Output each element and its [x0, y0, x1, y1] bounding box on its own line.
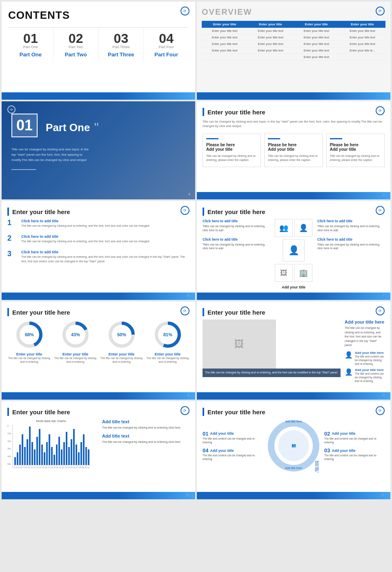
icon-left: Click here to add title Titles can be ch…	[203, 219, 270, 289]
ov-cell: Enter your title text	[247, 41, 293, 47]
slide6-pagenum: 7	[383, 293, 385, 297]
donut-1: 68% Enter your title The title can be ch…	[7, 320, 51, 364]
slide8-pagenum: 9	[383, 393, 385, 397]
ov-cell: Enter your title text	[247, 28, 293, 34]
bar-element	[78, 452, 80, 465]
ov-cell: Enter your title text	[294, 34, 339, 41]
slide-logo-1: ⟳	[180, 7, 189, 16]
contents-parts: 01 Part One Part One 02 Part Two Part Tw…	[8, 27, 189, 62]
slide-logo-10: ⟳	[376, 406, 385, 415]
slide-logo-4: ⟳	[376, 106, 385, 115]
part-three-sub: Part Three	[102, 45, 140, 49]
hero-divider	[11, 169, 36, 170]
bar-element	[51, 447, 53, 465]
bar-chart-with-axis: 500 400 300 200 100 0	[7, 425, 95, 465]
bar-element	[66, 432, 67, 465]
ov-row-2: Enter your title text Enter your title t…	[202, 34, 385, 41]
ov-cell: Enter your title text	[247, 34, 293, 41]
title-accent-10	[203, 408, 204, 416]
bar-element	[85, 447, 87, 465]
icon-layout: Click here to add title Titles can be ch…	[203, 219, 385, 289]
circle-left-title-1: Add your title	[210, 431, 234, 436]
donut-desc-1: The title can be changed by clicking and…	[7, 356, 51, 364]
donut-desc-2: The title can be changed by clicking and…	[53, 356, 97, 364]
card-title-2: Please be hereAdd your title	[268, 143, 319, 152]
slide-overview: ⟳ OVERVIEW Enter your title Enter your t…	[197, 2, 390, 100]
slide5-main-title: Enter your title here	[12, 208, 70, 215]
ov-row-5: Enter your title text	[202, 54, 385, 60]
slide4-main-title: Enter your title here	[207, 109, 265, 116]
slide-logo-6: ⟳	[376, 206, 385, 215]
sub-text-2: Add your title here The title and conten…	[355, 368, 385, 383]
slide-circle: ⟳ Enter your title here 01 Add your titl…	[197, 401, 390, 499]
icon-right-title-1: Click here to add title	[317, 219, 385, 223]
icon-right-item-1: Click here to add title Titles can be ch…	[317, 219, 385, 232]
bar-chart-area: Multi-data bar charts 500 400 300 200 10…	[7, 419, 95, 469]
circle-left-2-header: 04 Add your title	[203, 447, 263, 454]
bar-element	[80, 442, 82, 465]
hero-title: Part One	[46, 121, 90, 134]
num-title-1: Click here to add title	[21, 219, 189, 223]
ov-cell	[339, 54, 385, 60]
circle-left-2: 04 Add your title The title and content …	[203, 447, 263, 461]
circle-num-03: 03	[324, 447, 330, 454]
ov-col-1: Enter your title	[202, 21, 247, 28]
slide7-pagenum: 8	[187, 393, 189, 397]
donut-title-4: Enter your title	[146, 352, 189, 356]
circle-left-1: 01 Add your title The title and content …	[203, 431, 263, 444]
slide-logo-7: ⟳	[180, 306, 189, 315]
bottom-wave-10	[197, 492, 390, 499]
y-label: 300	[7, 447, 11, 450]
donut-svg-3: 50%	[107, 320, 136, 349]
ov-cell: Enter your title text	[202, 34, 247, 41]
bar-element	[46, 442, 48, 465]
num-desc-2: The title can be changed by clicking and…	[21, 239, 189, 244]
icon-left-item-2: Click here to add title Titles can be ch…	[203, 237, 270, 251]
hero-pagenum: 4	[188, 192, 190, 196]
slide8-main-title: Enter your title here	[207, 309, 265, 316]
circle-layout: 01 Add your title The title and content …	[203, 419, 385, 472]
info-card-3: Please be hereAdd your title Title can b…	[326, 134, 385, 167]
part-three: 03 Part Three Part Three	[99, 28, 144, 62]
card-top-line-3	[330, 138, 342, 139]
icon-center-label: Add your title	[282, 285, 305, 289]
bar-element	[63, 442, 65, 465]
icon-left-desc-2: Titles can be changed by clicking and re…	[203, 243, 270, 251]
ov-cell: Enter your title text	[294, 41, 339, 47]
bar-element	[24, 447, 26, 465]
icon-center: 👥 👤 👤 🖼 🏢 Add your title	[273, 219, 314, 289]
bottom-wave-4	[197, 192, 390, 199]
donut-desc-3: The title can be changed by clicking and…	[100, 356, 143, 364]
icon-left-item-1: Click here to add title Titles can be ch…	[203, 219, 270, 232]
part-two-label: Part Two	[57, 51, 95, 58]
bar-chart-title: Multi-data bar charts	[7, 419, 95, 423]
y-label: 200	[7, 440, 11, 442]
hero-content: 01 Part One " Title can be changed by cl…	[2, 101, 195, 178]
icon-right-desc-1: Titles can be changed by clicking and re…	[317, 224, 385, 232]
donut-title-1: Enter your title	[7, 352, 51, 356]
part-one: 01 Part One Part One	[8, 28, 53, 62]
bar-element	[19, 445, 21, 465]
slide-logo-8: ⟳	[376, 306, 385, 315]
bar-element	[56, 445, 58, 465]
y-axis: 500 400 300 200 100 0	[7, 425, 12, 465]
donut-row: 68% Enter your title The title can be ch…	[7, 320, 189, 364]
x-axis-labels: 1 2 3 4 5 6 7 8 9 10 11 12 13 14 15 16 1…	[7, 466, 95, 469]
ov-cell: Enter your title text	[339, 34, 385, 41]
title-accent-4	[203, 108, 204, 116]
ov-cell: Enter your title text	[294, 28, 339, 34]
slide9-main-title: Enter your title here	[12, 409, 70, 416]
bar-element	[83, 434, 85, 465]
sub-icon-1: 👤	[345, 351, 353, 359]
sub-icon-2: 👤	[345, 368, 353, 376]
slide-three-cards: ⟳ Enter your title here Title can be cha…	[197, 101, 390, 199]
bottom-wave-6	[197, 293, 390, 300]
ov-row-1: Enter your title text Enter your title t…	[202, 28, 385, 34]
icon-right-desc-2: Titles can be changed by clicking and re…	[317, 243, 385, 251]
right-add-title: Add your title here	[345, 320, 385, 324]
ov-row-3: Enter your title text Enter your title t…	[202, 41, 385, 47]
slide-donuts: ⟳ Enter your title here 68% Enter your t…	[2, 302, 195, 400]
icon-row-top: 👥 👤	[275, 219, 312, 237]
title-accent-7	[7, 308, 9, 316]
bar-element	[36, 437, 38, 465]
